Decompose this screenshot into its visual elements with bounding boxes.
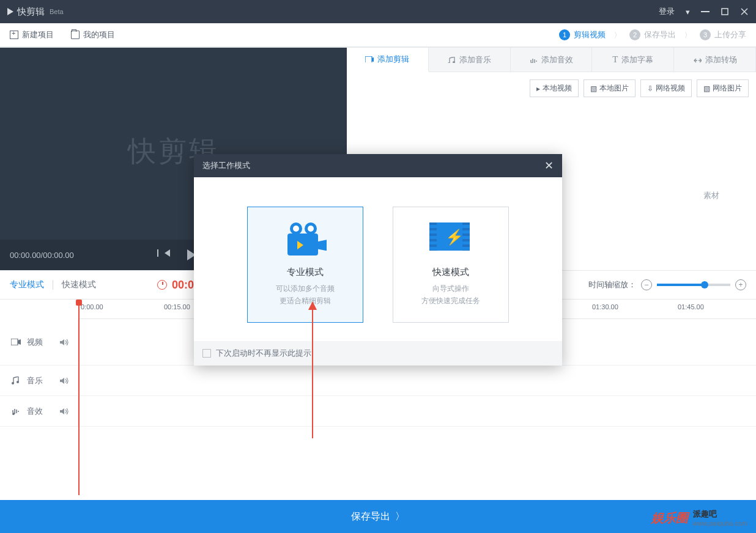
image-icon: ▧: [703, 84, 710, 93]
video-icon: [365, 56, 374, 62]
chevron-right-icon: 〉: [684, 31, 691, 40]
video-icon: [11, 339, 21, 345]
sound-icon[interactable]: [59, 377, 69, 385]
dialog-title: 选择工作模式: [202, 160, 250, 171]
tab-add-subtitle[interactable]: T添加字幕: [592, 48, 674, 72]
zoom-label: 时间轴缩放：: [588, 279, 636, 290]
svg-rect-6: [11, 339, 18, 345]
svg-point-9: [12, 413, 15, 415]
playhead[interactable]: [78, 300, 80, 495]
step-1[interactable]: 1剪辑视频: [559, 29, 606, 40]
maximize-button[interactable]: [721, 7, 729, 16]
tab-add-sfx[interactable]: 添加音效: [511, 48, 593, 72]
zoom-out-button[interactable]: −: [641, 279, 652, 290]
sfx-icon: [11, 407, 21, 416]
tab-add-clip[interactable]: 添加剪辑: [347, 48, 429, 72]
ruler-tick: 00:15.00: [164, 303, 190, 311]
login-button[interactable]: 登录: [659, 6, 675, 17]
separator: [53, 280, 53, 290]
dont-show-label: 下次启动时不再显示此提示: [216, 348, 311, 359]
pro-mode-title: 专业模式: [287, 266, 324, 278]
close-button[interactable]: [740, 7, 749, 16]
tab-add-transition[interactable]: 添加转场: [674, 48, 756, 72]
watermark-url: www.paiquba.com: [693, 520, 747, 527]
quick-mode-tab[interactable]: 快速模式: [62, 279, 96, 290]
watermark-logo: 娱乐圈: [651, 510, 688, 526]
sound-icon[interactable]: [59, 407, 69, 416]
toolbar: 新建项目 我的项目 1剪辑视频 〉 2保存导出 〉 3上传分享: [0, 23, 756, 48]
transition-icon: [693, 57, 702, 63]
quick-mode-desc: 向导式操作 方便快速完成任务: [421, 283, 480, 306]
page-watermark: 娱乐圈 派趣吧 www.paiquba.com: [651, 509, 747, 527]
folder-icon: [71, 31, 80, 39]
my-projects-button[interactable]: 我的项目: [71, 29, 115, 40]
new-project-label: 新建项目: [22, 29, 54, 40]
export-button[interactable]: 保存导出 〉: [0, 500, 756, 533]
svg-point-7: [12, 382, 14, 384]
new-project-button[interactable]: 新建项目: [10, 29, 54, 40]
download-icon: ⇩: [647, 84, 653, 93]
music-icon: [447, 57, 456, 63]
my-projects-label: 我的项目: [83, 29, 115, 40]
text-icon: T: [612, 54, 618, 65]
clock-icon: [157, 280, 167, 290]
ruler-tick: 01:45.00: [678, 303, 704, 311]
sfx-track-label: 音效: [0, 396, 78, 426]
pro-mode-desc: 可以添加多个音频 更适合精细剪辑: [276, 283, 335, 306]
local-video-button[interactable]: ▸本地视频: [530, 79, 579, 97]
dont-show-checkbox[interactable]: [202, 349, 211, 358]
media-tabs: 添加剪辑 添加音乐 添加音效 T添加字幕 添加转场: [347, 48, 756, 72]
ruler-tick: 01:30.00: [592, 303, 618, 311]
sfx-icon: [529, 57, 538, 63]
image-icon: ▧: [590, 84, 597, 93]
dropdown-icon[interactable]: ▾: [686, 7, 690, 17]
web-video-button[interactable]: ⇩网络视频: [640, 79, 692, 97]
close-icon[interactable]: ✕: [544, 159, 554, 172]
svg-rect-1: [722, 9, 728, 15]
music-track[interactable]: 音乐: [0, 366, 756, 396]
beta-label: Beta: [50, 8, 64, 15]
time-display: 00:00.00/00:00.00: [10, 251, 74, 260]
pro-mode-card[interactable]: 专业模式 可以添加多个音频 更适合精细剪辑: [247, 207, 363, 323]
step-2[interactable]: 2保存导出: [629, 29, 676, 40]
video-track-label: 视频: [0, 319, 78, 365]
app-logo: 快剪辑 Beta: [7, 6, 64, 18]
dialog-footer: 下次启动时不再显示此提示: [194, 341, 562, 366]
minimize-button[interactable]: [701, 7, 710, 16]
step-indicator: 1剪辑视频 〉 2保存导出 〉 3上传分享: [559, 29, 746, 40]
watermark-name: 派趣吧: [693, 509, 747, 520]
plus-icon: [10, 31, 18, 39]
play-icon: [7, 8, 13, 15]
app-name: 快剪辑: [17, 6, 45, 18]
sfx-track[interactable]: 音效: [0, 396, 756, 427]
chevron-right-icon: 〉: [614, 31, 621, 40]
music-icon: [11, 377, 21, 385]
film-icon: ⚡: [429, 222, 472, 255]
svg-rect-0: [701, 11, 710, 12]
local-image-button[interactable]: ▧本地图片: [584, 79, 636, 97]
annotation-arrow: [312, 309, 313, 438]
quick-mode-card[interactable]: ⚡ 快速模式 向导式操作 方便快速完成任务: [393, 207, 509, 323]
zoom-in-button[interactable]: +: [735, 279, 746, 290]
quick-mode-title: 快速模式: [432, 266, 469, 278]
web-image-button[interactable]: ▧网络图片: [697, 79, 749, 97]
previous-button[interactable]: [165, 249, 170, 257]
pro-mode-tab[interactable]: 专业模式: [10, 279, 44, 290]
camera-icon: [284, 222, 327, 255]
mode-select-dialog: 选择工作模式 ✕ 专业模式 可以添加多个音频 更适合精细剪辑 ⚡ 快速模式 向导…: [194, 154, 562, 366]
media-source-buttons: ▸本地视频 ▧本地图片 ⇩网络视频 ▧网络图片: [347, 72, 756, 105]
dialog-header: 选择工作模式 ✕: [194, 154, 562, 177]
step-3[interactable]: 3上传分享: [700, 29, 746, 40]
music-track-label: 音乐: [0, 366, 78, 395]
play-icon: ▸: [536, 84, 540, 93]
sound-icon[interactable]: [59, 338, 69, 347]
zoom-slider[interactable]: [657, 284, 730, 286]
svg-rect-2: [365, 56, 372, 62]
chevron-right-icon: 〉: [395, 510, 405, 523]
tab-add-music[interactable]: 添加音乐: [429, 48, 511, 72]
ruler-tick: 0:00.00: [81, 303, 103, 311]
svg-point-8: [17, 381, 19, 383]
zoom-control: 时间轴缩放： − +: [588, 279, 746, 290]
titlebar: 快剪辑 Beta 登录 ▾: [0, 0, 756, 23]
